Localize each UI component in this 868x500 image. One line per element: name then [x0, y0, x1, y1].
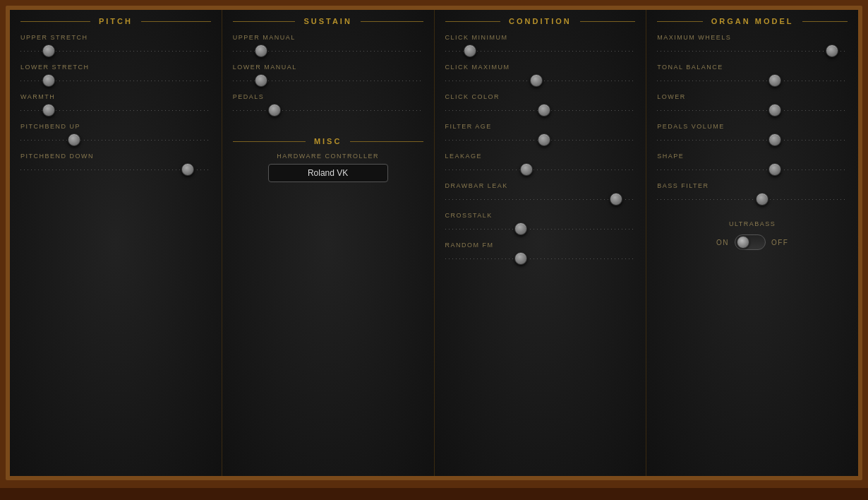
- organ-model-line-left: [657, 21, 703, 22]
- pedals-volume-thumb[interactable]: [768, 133, 781, 146]
- filter-age-section: FILTER AGE: [445, 123, 636, 147]
- warmth-label: WARMTH: [20, 93, 211, 100]
- lower-manual-label: LOWER MANUAL: [233, 64, 423, 71]
- tonal-balance-ticks: [657, 77, 848, 84]
- pedals-thumb[interactable]: [268, 104, 281, 117]
- pitchbend-down-thumb[interactable]: [181, 163, 194, 176]
- click-color-track: [445, 103, 636, 117]
- warmth-track: [20, 103, 211, 117]
- filter-age-track: [445, 133, 636, 147]
- warmth-thumb[interactable]: [42, 104, 55, 117]
- crosstalk-thumb[interactable]: [514, 222, 527, 235]
- click-min-track: [445, 44, 636, 58]
- sustain-panel: SUSTAIN UPPER MANUAL LOWER MANUAL PEDALS: [222, 10, 435, 476]
- bottom-bar: [0, 486, 868, 500]
- condition-line-right: [580, 21, 636, 22]
- pitch-line-left: [20, 21, 90, 22]
- pedals-track: [233, 103, 423, 117]
- lower-label: LOWER: [657, 93, 848, 100]
- shape-label: SHAPE: [657, 153, 848, 160]
- misc-title: MISC: [310, 137, 346, 145]
- lower-stretch-thumb[interactable]: [42, 74, 55, 87]
- sustain-line-right: [361, 21, 423, 22]
- sustain-title: SUSTAIN: [299, 17, 356, 25]
- pitch-panel: PITCH UPPER STRETCH LOWER STRETCH WARMTH: [10, 10, 222, 476]
- organ-model-title-row: ORGAN MODEL: [657, 17, 848, 25]
- drawbar-leak-label: DRAWBAR LEAK: [445, 182, 636, 189]
- click-max-label: CLICK MAXIMUM: [445, 64, 636, 71]
- ultrabass-toggle-row: ON OFF: [716, 234, 789, 250]
- bass-filter-section: BASS FILTER: [657, 182, 848, 206]
- lower-stretch-section: LOWER STRETCH: [20, 64, 211, 88]
- lower-ticks: [657, 107, 848, 114]
- hw-controller-selector[interactable]: Roland VK: [268, 164, 388, 182]
- pitch-title: PITCH: [95, 17, 137, 25]
- click-min-thumb[interactable]: [464, 44, 476, 57]
- organ-model-line-right: [802, 21, 848, 22]
- tonal-balance-label: TONAL BALANCE: [657, 64, 848, 71]
- leakage-section: LEAKAGE: [445, 153, 636, 177]
- upper-manual-thumb[interactable]: [255, 44, 267, 57]
- pedals-volume-section: PEDALS VOLUME: [657, 123, 848, 147]
- ultrabass-container: ULTRABASS ON OFF: [657, 220, 848, 250]
- pitchbend-down-track: [20, 162, 211, 177]
- bass-filter-ticks: [657, 196, 848, 203]
- leakage-thumb[interactable]: [520, 163, 533, 176]
- crosstalk-track: [445, 222, 636, 236]
- pedals-volume-ticks: [657, 136, 848, 143]
- pitchbend-up-thumb[interactable]: [68, 133, 80, 146]
- random-fm-thumb[interactable]: [514, 252, 527, 265]
- shape-track: [657, 162, 848, 177]
- upper-stretch-thumb[interactable]: [42, 44, 55, 57]
- lower-stretch-track: [20, 73, 211, 88]
- condition-title-row: CONDITION: [445, 17, 636, 25]
- upper-manual-label: UPPER MANUAL: [233, 34, 423, 41]
- organ-model-title: ORGAN MODEL: [707, 17, 798, 25]
- drawbar-leak-ticks: [445, 196, 636, 203]
- misc-line-left: [233, 141, 306, 142]
- click-max-section: CLICK MAXIMUM: [445, 64, 636, 88]
- lower-manual-thumb[interactable]: [255, 74, 267, 87]
- shape-section: SHAPE: [657, 153, 848, 177]
- drawbar-leak-track: [445, 192, 636, 206]
- tonal-balance-thumb[interactable]: [768, 74, 781, 87]
- random-fm-track: [445, 251, 636, 266]
- crosstalk-ticks: [445, 225, 636, 232]
- click-min-section: CLICK MINIMUM: [445, 34, 636, 58]
- bass-filter-label: BASS FILTER: [657, 182, 848, 189]
- ultrabass-title: ULTRABASS: [729, 220, 776, 227]
- crosstalk-section: CROSSTALK: [445, 212, 636, 236]
- bass-filter-thumb[interactable]: [756, 193, 768, 206]
- pedals-volume-track: [657, 133, 848, 147]
- drawbar-leak-section: DRAWBAR LEAK: [445, 182, 636, 206]
- upper-manual-track: [233, 44, 423, 58]
- lower-section: LOWER: [657, 93, 848, 117]
- random-fm-section: RANDOM FM: [445, 242, 636, 266]
- shape-thumb[interactable]: [768, 163, 781, 176]
- max-wheels-track: [657, 44, 848, 58]
- pitchbend-down-section: PITCHBEND DOWN: [20, 153, 211, 177]
- leakage-ticks: [445, 166, 636, 173]
- bass-filter-track: [657, 192, 848, 206]
- sustain-line-left: [233, 21, 296, 22]
- filter-age-thumb[interactable]: [538, 133, 550, 146]
- leakage-track: [445, 162, 636, 177]
- upper-stretch-label: UPPER STRETCH: [20, 34, 211, 41]
- tonal-balance-section: TONAL BALANCE: [657, 64, 848, 88]
- max-wheels-ticks: [657, 47, 848, 54]
- lower-thumb[interactable]: [768, 104, 781, 117]
- max-wheels-thumb[interactable]: [826, 44, 838, 57]
- lower-track: [657, 103, 848, 117]
- random-fm-ticks: [445, 255, 636, 262]
- lower-manual-track: [233, 73, 423, 88]
- pedals-label: PEDALS: [233, 93, 423, 100]
- click-color-section: CLICK COLOR: [445, 93, 636, 117]
- drawbar-leak-thumb[interactable]: [610, 193, 622, 206]
- filter-age-label: FILTER AGE: [445, 123, 636, 130]
- click-color-thumb[interactable]: [538, 104, 550, 117]
- crosstalk-label: CROSSTALK: [445, 212, 636, 219]
- pedals-volume-label: PEDALS VOLUME: [657, 123, 848, 130]
- leakage-label: LEAKAGE: [445, 153, 636, 160]
- click-max-thumb[interactable]: [530, 74, 543, 87]
- ultrabass-toggle[interactable]: [735, 234, 766, 250]
